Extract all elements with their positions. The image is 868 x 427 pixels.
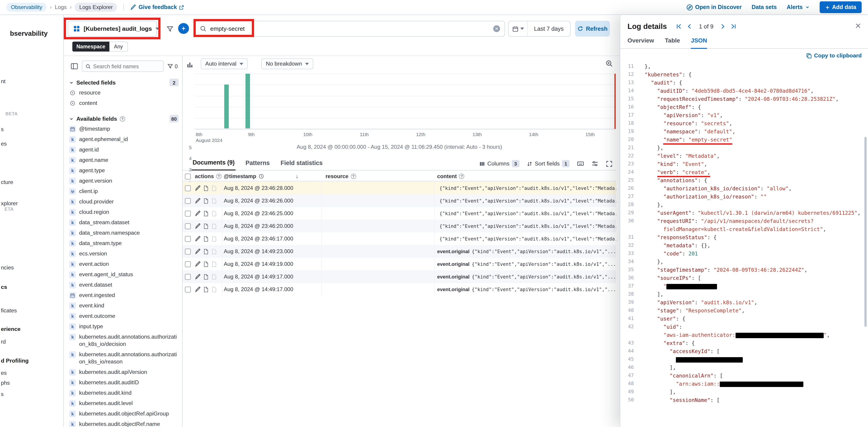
field-item[interactable]: kagent.type [69,165,179,175]
previous-page-icon[interactable] [687,24,692,29]
collapse-panel-icon[interactable] [69,61,79,71]
field-item[interactable]: kkubernetes.audit.objectRef.apiGroup [69,408,179,419]
histogram-bar[interactable] [224,85,229,128]
add-data-button[interactable]: Add data [819,1,862,13]
side-nav-item[interactable]: s [1,126,4,132]
open-in-discover-link[interactable]: Open in Discover [686,4,742,11]
expand-document-icon[interactable] [193,247,202,255]
columns-button[interactable]: Columns 3 [479,160,520,167]
field-item[interactable]: @timestamp [69,123,179,134]
auto-interval-select[interactable]: Auto interval [201,58,248,69]
row-checkbox[interactable] [185,236,191,242]
chart-options-icon[interactable] [184,59,195,69]
document-icon[interactable] [202,247,210,255]
field-item[interactable]: kkubernetes.audit.level [69,398,179,408]
degraded-document-icon[interactable] [210,222,218,230]
row-checkbox[interactable] [185,274,191,280]
degraded-document-icon[interactable] [210,247,218,255]
field-filter-button[interactable]: 0 [166,63,179,69]
degraded-document-icon[interactable] [210,273,218,281]
field-item[interactable]: kagent.ephemeral_id [69,134,179,144]
clear-query-icon[interactable]: ✕ [493,25,500,32]
data-sets-link[interactable]: Data sets [752,4,777,10]
expand-document-icon[interactable] [193,235,202,243]
filter-icon[interactable] [164,24,176,34]
select-all-checkbox[interactable] [185,173,191,179]
alerts-menu[interactable]: Alerts [786,4,809,10]
expand-document-icon[interactable] [193,222,202,230]
field-item[interactable]: kagent.id [69,144,179,155]
scrollbar-thumb[interactable] [864,137,867,327]
namespace-filter-value[interactable]: Any [110,41,128,52]
degraded-document-icon[interactable] [210,235,218,243]
keyboard-icon[interactable] [577,160,584,167]
first-page-icon[interactable] [676,24,682,29]
breakdown-select[interactable]: No breakdown [261,58,313,69]
document-icon[interactable] [202,209,210,217]
degraded-document-icon[interactable] [210,260,218,268]
chart-magnifier-icon[interactable] [603,57,615,69]
document-icon[interactable] [202,197,210,205]
expand-document-icon[interactable] [193,209,202,217]
histogram[interactable] [195,74,616,129]
side-nav-item[interactable]: nt [1,78,5,85]
histogram-bar[interactable] [246,74,250,128]
table-row[interactable]: Aug 8, 2024 @ 14:49:17.000 event.origina… [183,270,616,283]
table-row[interactable]: Aug 8, 2024 @ 23:46:25.000 {"kind":"Even… [183,207,616,220]
side-nav-item[interactable]: es [1,141,7,147]
document-icon[interactable] [202,222,210,230]
tab-overview[interactable]: Overview [627,37,654,49]
expand-document-icon[interactable] [193,285,202,294]
field-item[interactable]: ipclient.ip [69,186,179,196]
side-nav-item[interactable]: es [1,370,7,376]
document-icon[interactable] [202,184,210,192]
tab-documents[interactable]: Documents (9) [192,159,236,171]
row-checkbox[interactable] [185,286,191,292]
expand-document-icon[interactable] [193,273,202,281]
side-nav-item[interactable]: cture [1,179,13,185]
field-item[interactable]: kcloud.region [69,207,179,217]
field-item[interactable]: kevent.dataset [69,279,179,290]
table-row[interactable]: Aug 8, 2024 @ 23:46:17.000 {"kind":"Even… [183,233,616,245]
give-feedback-link[interactable]: Give feedback [130,4,184,10]
tab-table[interactable]: Table [665,37,680,49]
query-input[interactable] [210,25,490,32]
degraded-document-icon[interactable] [210,197,218,205]
side-nav-item[interactable]: d Profiling [1,358,29,364]
field-search-input[interactable] [93,63,160,69]
table-row[interactable]: Aug 8, 2024 @ 23:46:26.000 {"kind":"Even… [183,194,616,207]
tab-field-statistics[interactable]: Field statistics [280,160,323,170]
field-item[interactable]: kkubernetes.audit.kind [69,388,179,398]
breadcrumb-observability[interactable]: Observability [6,3,47,12]
document-icon[interactable] [202,273,210,281]
field-item[interactable]: kkubernetes.audit.auditID [69,377,179,388]
field-item[interactable]: event.ingested [69,290,179,300]
field-item[interactable]: kkubernetes.audit.annotations.authorizat… [69,331,179,349]
fullscreen-icon[interactable] [606,160,613,167]
table-row[interactable]: Aug 8, 2024 @ 23:46:28.000 {"kind":"Even… [183,182,616,194]
document-icon[interactable] [202,285,210,294]
table-row[interactable]: Aug 8, 2024 @ 23:46:20.000 {"kind":"Even… [183,220,616,233]
field-item[interactable]: kkubernetes.audit.apiVersion [69,367,179,377]
field-item[interactable]: resource [69,87,179,98]
tab-json[interactable]: JSON [691,37,707,49]
field-item[interactable]: kevent.kind [69,300,179,311]
field-item[interactable]: kkubernetes.audit.annotations.authorizat… [69,349,179,367]
quick-select-button[interactable] [508,21,528,36]
field-item[interactable]: content [69,98,179,108]
expand-document-icon[interactable] [193,197,202,205]
add-filter-button[interactable] [178,23,189,34]
row-checkbox[interactable] [185,261,191,267]
time-range-button[interactable]: Last 7 days [528,21,570,36]
field-item[interactable]: kkubernetes.audit.objectRef.name [69,419,179,427]
column-header-content[interactable]: content [435,172,616,181]
field-item[interactable]: kinput.type [69,321,179,331]
document-icon[interactable] [202,235,210,243]
side-nav-item[interactable]: phs [1,380,10,386]
copy-to-clipboard-button[interactable]: Copy to clipboard [620,49,868,61]
field-item[interactable]: kagent.name [69,155,179,165]
side-nav-item[interactable]: cs [1,284,7,290]
field-item[interactable]: kdata_stream.dataset [69,217,179,227]
side-nav-item[interactable]: xplorer [1,200,18,207]
last-page-icon[interactable] [731,24,737,29]
